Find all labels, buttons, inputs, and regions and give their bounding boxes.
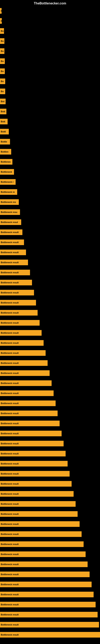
bar-item: Bottleneck result [0, 280, 32, 285]
bar-item: Bo [0, 58, 5, 64]
bar-label: Bottlen [1, 150, 8, 153]
bar-label: Bottleneck result [1, 493, 19, 495]
bar-label: Bottleneck result [1, 583, 19, 586]
bar-label: Bottleneck result [1, 392, 19, 394]
bar-label: Bottleneck result [1, 523, 19, 525]
bar-label: Bottleneck result [1, 312, 19, 314]
bar-label: Bottle [1, 140, 7, 143]
bar-label: Bottleneck result [1, 593, 19, 596]
bar-item: Bottleneck result [0, 602, 96, 607]
bar-label: Bottleneck result [1, 533, 19, 535]
bar-label: Bo [1, 30, 4, 32]
bar-item: Bottleneck result [0, 441, 64, 446]
bar-label: Bottleneck result [1, 513, 19, 515]
bar-label: Bottleneck result [1, 352, 19, 354]
bar-item: Bott [0, 119, 8, 124]
bar-item: Bottleneck result [0, 521, 80, 527]
bar-item: Bottleneck result [0, 400, 56, 406]
bar-label: B [1, 20, 2, 22]
bar-label: Bottleneck result [1, 362, 19, 364]
bar-label: Bottleneck result [1, 251, 19, 254]
bar-item: Bottleneck r [0, 179, 16, 185]
bar-label: Bo [1, 80, 4, 82]
bar-item: Bottleneck result [0, 511, 78, 517]
bar-item: Bottleneck result [0, 290, 34, 296]
bar-item: Bottleneck result [0, 592, 94, 597]
bar-label: Bottleneck result [1, 442, 19, 445]
bar-label: Bottleneck r [1, 181, 14, 183]
bar-label: Bott [1, 120, 5, 123]
bar-label: Bottleneck result [1, 432, 19, 435]
bar-item: Bo [0, 68, 5, 74]
bar-label: Bott [1, 110, 5, 113]
bar-label: Bottleneck result [1, 332, 19, 334]
bar-label: Bot [1, 100, 4, 103]
bar-item: Bottleneck result [0, 622, 99, 628]
bar-item: Bottleneck result [0, 230, 22, 235]
bar-label: Bottleneck result [1, 422, 19, 425]
bar-label: Bo [1, 60, 4, 62]
bar-item: Bo [0, 88, 5, 94]
bar-item: Bottleneck result [0, 410, 58, 416]
bar-item: Bo [0, 38, 4, 44]
bar-label: Bottleneck result [1, 322, 19, 324]
bar-item: Bottleneck result [0, 250, 26, 255]
bar-item: Bottleneck result [0, 390, 53, 396]
bar-item: Bottleneck result [0, 340, 44, 346]
bar-label: Bottleneck result [1, 241, 19, 244]
bar-label: Bottleneck result [1, 261, 19, 264]
bar-label: Bottleneck result [1, 281, 19, 284]
bar-item: Bo [0, 48, 4, 54]
bar-item: Bottleneck result [0, 562, 88, 567]
bar-label: Bottleneck result [1, 573, 19, 576]
bar-label: Bottleneck result [1, 624, 19, 626]
bar-label: Bottleneck result [1, 302, 19, 304]
bar-item: Bottleneck result [0, 270, 30, 275]
bar-item: Bottleneck result [0, 330, 42, 336]
bar-label: Bottleneck res [1, 201, 16, 203]
bar-label: Bottleneck result [1, 614, 19, 616]
bar-item: Bottleneck result [0, 431, 62, 436]
bar-item: Bottleneck result [0, 240, 24, 245]
bar-label: Bottleneck result [1, 231, 19, 234]
bar-item: Bottleneck result [0, 572, 90, 577]
bar-item: Bottleneck result [0, 552, 86, 557]
bar-label: Bottleneck result [1, 382, 19, 384]
bar-item: Bottleneck re [0, 189, 17, 195]
bar-item: Bottleneck result [0, 451, 66, 456]
bar-item: Bottlenec [0, 159, 12, 164]
bar-label: Bottleneck result [1, 292, 19, 294]
bar-label: Bottleneck result [1, 543, 19, 546]
bar-item: Bottleneck result [0, 471, 70, 476]
bar-item: Bottleneck result [0, 541, 84, 547]
bar-item: Bottleneck result [0, 481, 72, 486]
bar-label: Bo [1, 50, 4, 52]
bar-label: Bottleneck resul [1, 221, 18, 224]
bar-label: Bottleneck re [1, 191, 15, 193]
bar-label: Bottlenec [1, 160, 11, 163]
bar-label: Bottl [1, 130, 6, 133]
bar-item: Bottleneck result [0, 531, 82, 537]
bar-label: Bottleneck [1, 171, 12, 173]
bar-item: Bottleneck result [0, 380, 51, 386]
bar-item: Bottleneck result [0, 582, 92, 587]
bar-item: Bottleneck result [0, 310, 38, 316]
bar-label: Bottleneck result [1, 603, 19, 606]
bar-label: Bottleneck result [1, 372, 19, 374]
bar-label: B [1, 10, 1, 12]
bar-label: Bottleneck result [1, 462, 19, 465]
bar-item: Bottleneck result [0, 461, 68, 466]
bar-item: Bo [0, 28, 4, 34]
site-title: TheBottlenecker.com [34, 2, 66, 5]
bar-label: Bottleneck result [1, 452, 19, 455]
bar-label: Bottleneck result [1, 634, 19, 636]
bar-item: Bottleneck [0, 169, 14, 175]
bar-label: Bo [1, 70, 4, 72]
bar-label: Bo [1, 40, 4, 42]
bar-item: Bottl [0, 129, 9, 134]
bar-item: Bottle [0, 139, 10, 144]
bar-item: Bottleneck result [0, 300, 36, 306]
bar-label: Bottleneck result [1, 402, 19, 404]
bar-item: Bottleneck result [0, 350, 46, 356]
bar-label: Bo [1, 90, 4, 92]
